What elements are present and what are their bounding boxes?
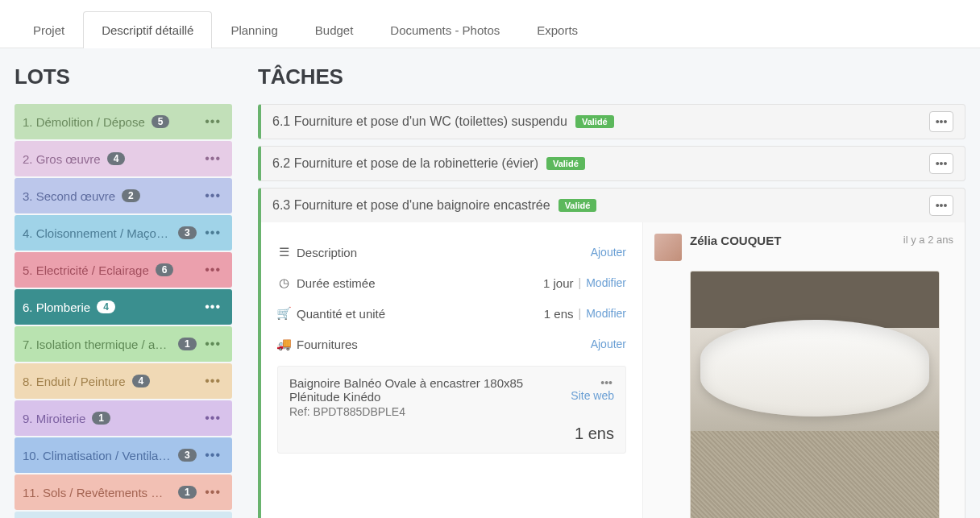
task-title: 6.3 Fourniture et pose d'une baignoire e… [272,198,550,213]
supply-ref-value: BPDT885DBPLE4 [314,405,405,418]
lot-menu-icon[interactable]: ••• [201,151,224,166]
tab-budget[interactable]: Budget [297,11,372,48]
modify-quantity-link[interactable]: Modifier [586,307,626,320]
lot-item-electricite[interactable]: 5. Electricité / Eclairage6 ••• [15,252,232,288]
task-comments-panel: Zélia COUQUET il y a 2 ans [642,222,965,518]
lots-heading: LOTS [15,64,232,89]
comment-image[interactable] [690,271,940,518]
lot-count-badge: 6 [156,263,174,276]
task-header[interactable]: 6.1 Fourniture et pose d'un WC (toilette… [261,105,965,139]
lot-count-badge: 5 [152,115,170,128]
duration-value: 1 jour [543,276,574,290]
lot-item-menuiserie[interactable]: 12. Menuiserie / Agencement2 ••• [15,512,232,518]
task-item: 6.2 Fourniture et pose de la robinetteri… [258,146,965,181]
add-description-link[interactable]: Ajouter [591,246,626,259]
status-badge: Validé [559,199,597,212]
quantity-label: Quantité et unité [297,307,385,321]
lot-item-sols[interactable]: 11. Sols / Revêtements mura...1 ••• [15,474,232,510]
cart-icon: 🛒 [277,306,290,321]
lot-item-cloisonnement[interactable]: 4. Cloisonnement / Maçonn...3 ••• [15,215,232,251]
truck-icon: 🚚 [277,337,290,351]
supplies-label: Fournitures [297,338,358,351]
lot-menu-icon[interactable]: ••• [201,337,224,351]
lot-label: 8. Enduit / Peinture [23,375,126,388]
lot-label: 1. Démolition / Dépose [23,115,145,129]
comment-author: Zélia COUQUET [690,234,781,247]
lot-menu-icon[interactable]: ••• [201,448,224,462]
lot-item-plomberie[interactable]: 6. Plomberie4 ••• [15,289,232,325]
lot-count-badge: 1 [178,338,197,350]
lot-label: 4. Cloisonnement / Maçonn... [23,226,172,240]
lot-count-badge: 1 [92,412,110,425]
task-title: 6.2 Fourniture et pose de la robinetteri… [272,156,538,171]
supply-menu-icon[interactable]: ••• [571,376,614,389]
lot-label: 2. Gros œuvre [23,152,101,166]
lot-label: 9. Miroiterie [23,412,85,425]
lot-menu-icon[interactable]: ••• [201,226,224,240]
duration-label: Durée estimée [297,276,376,290]
lot-count-badge: 3 [178,226,197,239]
tab-exports[interactable]: Exports [518,11,596,48]
task-header[interactable]: 6.2 Fourniture et pose de la robinetteri… [261,147,965,180]
lot-label: 3. Second œuvre [23,189,115,203]
lot-label: 11. Sols / Revêtements mura... [23,486,172,499]
lot-count-badge: 2 [122,189,140,202]
description-label: Description [297,246,357,259]
quantity-value: 1 ens [544,307,574,321]
tab-planning[interactable]: Planning [212,11,296,48]
lot-item-second-oeuvre[interactable]: 3. Second œuvre2 ••• [15,178,232,213]
lot-menu-icon[interactable]: ••• [201,411,224,425]
lot-item-isolation[interactable]: 7. Isolation thermique / acou...1 ••• [15,326,232,362]
supply-website-link[interactable]: Site web [571,389,614,402]
lot-count-badge: 4 [132,375,151,387]
task-menu-button[interactable]: ••• [929,195,953,216]
lot-label: 6. Plomberie [23,300,90,314]
lot-item-gros-oeuvre[interactable]: 2. Gros œuvre4 ••• [15,141,232,176]
supply-card: Baignoire Balnéo Ovale à encastrer 180x8… [277,366,626,454]
task-menu-button[interactable]: ••• [929,153,953,174]
task-title: 6.1 Fourniture et pose d'un WC (toilette… [272,114,567,129]
task-menu-button[interactable]: ••• [929,111,953,132]
lot-list: 1. Démolition / Dépose5 ••• 2. Gros œuvr… [15,104,232,518]
lot-menu-icon[interactable]: ••• [201,114,224,129]
avatar [654,234,682,261]
supply-quantity: 1 ens [289,425,614,443]
lot-menu-icon[interactable]: ••• [201,263,224,277]
clock-icon: ◷ [277,276,290,290]
tab-descriptif[interactable]: Descriptif détaillé [83,11,212,48]
modify-duration-link[interactable]: Modifier [586,276,626,289]
task-header[interactable]: 6.3 Fourniture et pose d'une baignoire e… [261,189,965,222]
lot-count-badge: 1 [178,486,197,499]
tab-projet[interactable]: Projet [15,11,83,48]
lot-count-badge: 4 [97,300,115,313]
supply-ref-label: Ref: [289,405,310,418]
status-badge: Validé [575,115,614,128]
tab-documents[interactable]: Documents - Photos [372,11,518,48]
lot-item-climatisation[interactable]: 10. Climatisation / Ventilatio...3 ••• [15,437,232,473]
comment-time: il y a 2 ans [903,234,953,246]
status-badge: Validé [546,157,585,170]
add-supply-link[interactable]: Ajouter [591,338,626,350]
lot-label: 5. Electricité / Eclairage [23,263,149,277]
lot-menu-icon[interactable]: ••• [201,189,224,203]
lot-menu-icon[interactable]: ••• [201,300,224,314]
lot-menu-icon[interactable]: ••• [201,374,224,388]
lot-label: 7. Isolation thermique / acou... [23,338,172,351]
lot-count-badge: 4 [107,152,126,165]
lot-menu-icon[interactable]: ••• [201,485,224,499]
top-tabs: Projet Descriptif détaillé Planning Budg… [0,0,980,48]
list-icon: ☰ [277,245,290,259]
tasks-heading: TÂCHES [258,64,965,89]
lot-label: 10. Climatisation / Ventilatio... [23,449,172,462]
task-item: 6.3 Fourniture et pose d'une baignoire e… [258,188,965,518]
lot-count-badge: 3 [178,449,197,462]
lot-item-demolition[interactable]: 1. Démolition / Dépose5 ••• [15,104,232,139]
lot-item-miroiterie[interactable]: 9. Miroiterie1 ••• [15,400,232,436]
lot-item-enduit[interactable]: 8. Enduit / Peinture4 ••• [15,363,232,399]
supply-name: Baignoire Balnéo Ovale à encastrer 180x8… [289,376,571,404]
task-item: 6.1 Fourniture et pose d'un WC (toilette… [258,104,965,139]
